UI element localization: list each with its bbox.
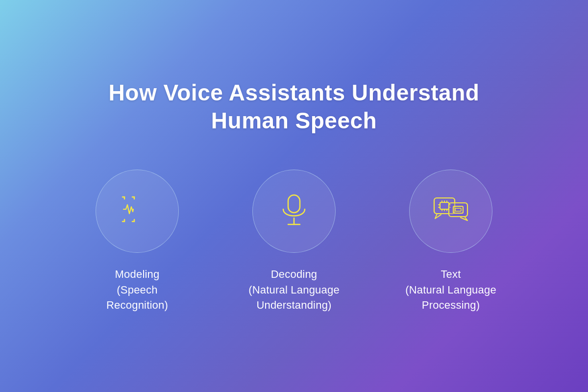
page-background: How Voice Assistants Understand Human Sp… — [0, 0, 588, 392]
svg-rect-4 — [440, 202, 449, 209]
page-title: How Voice Assistants Understand Human Sp… — [109, 79, 480, 135]
title-section: How Voice Assistants Understand Human Sp… — [109, 79, 480, 135]
card-decoding: Decoding (Natural Language Understanding… — [235, 170, 353, 314]
card-modeling: Modeling (Speech Recognition) — [78, 170, 196, 314]
waveform-scan-icon — [118, 194, 157, 228]
decoding-label: Decoding (Natural Language Understanding… — [248, 267, 340, 314]
svg-rect-15 — [449, 203, 467, 217]
card-text: Text (Natural Language Processing) — [392, 170, 510, 314]
modeling-label: Modeling (Speech Recognition) — [106, 267, 168, 314]
modeling-circle — [96, 170, 179, 253]
text-label: Text (Natural Language Processing) — [405, 267, 496, 314]
cards-container: Modeling (Speech Recognition) — [78, 170, 510, 314]
decoding-circle — [252, 170, 336, 253]
svg-rect-0 — [288, 195, 300, 213]
ai-chat-icon — [430, 194, 472, 228]
text-circle — [409, 170, 492, 253]
microphone-icon — [279, 193, 309, 229]
